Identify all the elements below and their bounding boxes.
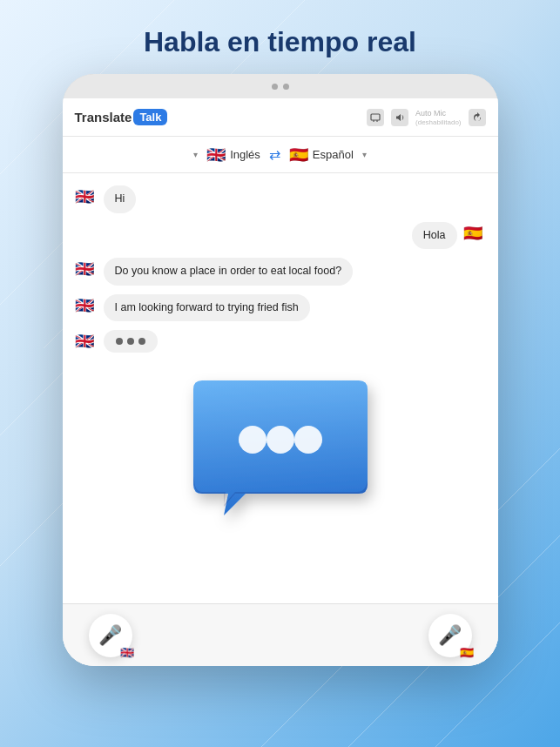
- bubble-fish: I am looking forward to trying fried fis…: [104, 294, 310, 322]
- avatar-flag-3: 🇬🇧: [75, 259, 98, 282]
- auto-mic-label: Auto Mic(deshabilitado): [415, 109, 461, 126]
- tablet-top-bar: [63, 74, 498, 98]
- left-lang-label: Inglés: [230, 148, 260, 161]
- tablet-device: Translate Talk Auto Mic(deshabilitado) ▾: [63, 74, 498, 666]
- bubble-hola: Hola: [412, 222, 457, 250]
- bubble-food: Do you know a place in order to eat loca…: [104, 258, 354, 286]
- spanish-mic-button[interactable]: 🎤 🇪🇸: [428, 614, 472, 657]
- avatar-flag-4: 🇬🇧: [75, 296, 98, 319]
- page-title: Habla en tiempo real: [144, 26, 416, 58]
- message-row-typing: 🇬🇧: [75, 330, 486, 354]
- bubble-typing: [104, 330, 158, 353]
- svg-rect-8: [371, 114, 380, 120]
- logo-translate-text: Translate: [75, 110, 132, 124]
- typing-dot-2: [127, 338, 134, 345]
- message-row-hi: 🇬🇧 Hi: [75, 185, 486, 213]
- screen-icon[interactable]: [367, 109, 384, 126]
- spanish-mic-flag: 🇪🇸: [460, 646, 474, 659]
- message-row-hola: 🇪🇸 Hola: [75, 222, 486, 250]
- svg-point-11: [239, 426, 267, 454]
- swap-languages-icon[interactable]: ⇄: [269, 146, 280, 163]
- typing-dot-1: [116, 338, 123, 345]
- avatar-flag-1: 🇬🇧: [75, 187, 98, 210]
- language-selector-bar: ▾ 🇬🇧 Inglés ⇄ 🇪🇸 Español ▾: [63, 137, 498, 173]
- logo-talk-text: Talk: [133, 109, 167, 125]
- header-controls: Auto Mic(deshabilitado): [367, 109, 485, 126]
- english-mic-button[interactable]: 🎤 🇬🇧: [89, 614, 132, 657]
- english-flag: 🇬🇧: [206, 145, 226, 165]
- app-header: Translate Talk Auto Mic(deshabilitado): [63, 98, 498, 137]
- camera-dot-left: [272, 84, 278, 90]
- camera-dot-right: [283, 84, 289, 90]
- volume-icon[interactable]: [391, 109, 408, 126]
- left-language[interactable]: 🇬🇧 Inglés: [206, 145, 260, 165]
- app-logo: Translate Talk: [75, 109, 168, 125]
- right-language[interactable]: 🇪🇸 Español: [289, 145, 354, 165]
- right-lang-chevron[interactable]: ▾: [362, 150, 367, 159]
- message-row-food: 🇬🇧 Do you know a place in order to eat l…: [75, 258, 486, 286]
- svg-point-13: [294, 426, 322, 454]
- typing-dot-3: [138, 338, 145, 345]
- chat-area: 🇬🇧 Hi 🇪🇸 Hola 🇬🇧 Do you know a place in …: [63, 173, 498, 603]
- speech-bubble-graphic: [176, 372, 385, 537]
- english-mic-icon: 🎤: [98, 624, 122, 647]
- avatar-flag-5: 🇬🇧: [75, 332, 98, 354]
- message-row-fish: 🇬🇧 I am looking forward to trying fried …: [75, 294, 486, 322]
- avatar-flag-2: 🇪🇸: [463, 224, 486, 246]
- app-screen: Translate Talk Auto Mic(deshabilitado) ▾: [63, 98, 498, 666]
- english-mic-flag: 🇬🇧: [120, 646, 134, 659]
- svg-point-12: [267, 426, 294, 454]
- right-lang-label: Español: [313, 148, 354, 161]
- bottom-bar: 🎤 🇬🇧 🎤 🇪🇸: [63, 603, 498, 666]
- left-lang-chevron[interactable]: ▾: [193, 150, 198, 159]
- spanish-flag: 🇪🇸: [289, 145, 308, 165]
- bubble-hi: Hi: [104, 185, 137, 213]
- spanish-mic-icon: 🎤: [438, 624, 462, 647]
- refresh-icon[interactable]: [469, 109, 486, 126]
